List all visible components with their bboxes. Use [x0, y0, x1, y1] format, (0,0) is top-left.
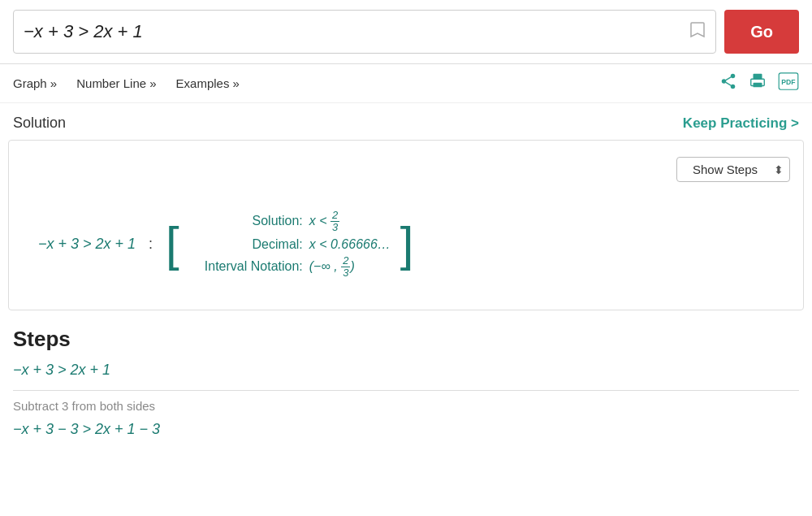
show-steps-select[interactable]: Show Steps Hide Steps [676, 157, 790, 182]
nav-link-numberline[interactable]: Number Line » [76, 76, 156, 90]
interval-fraction: 23 [341, 255, 350, 280]
navbar: Graph » Number Line » Examples » [0, 64, 812, 103]
input-wrapper [13, 10, 716, 54]
svg-text:PDF: PDF [781, 78, 795, 86]
bracket-left: [ [166, 203, 179, 285]
step2-equation: −x + 3 − 3 > 2x + 1 − 3 [13, 421, 799, 438]
step-divider [13, 390, 799, 391]
inequality-colon: : [149, 236, 153, 253]
nav-links: Graph » Number Line » Examples » [13, 76, 719, 90]
solution-title: Solution [13, 115, 66, 132]
nav-icons: PDF [719, 72, 799, 94]
svg-point-1 [722, 79, 727, 84]
steps-heading: Steps [13, 327, 799, 352]
decimal-value: x < 0.66666… [309, 237, 391, 252]
step1-equation: −x + 3 > 2x + 1 [13, 362, 799, 379]
solution-fraction: 23 [330, 210, 339, 234]
steps-section: Steps −x + 3 > 2x + 1 Subtract 3 from bo… [0, 310, 812, 446]
svg-rect-7 [754, 83, 762, 88]
svg-point-2 [731, 85, 736, 89]
decimal-label: Decimal: [189, 237, 303, 252]
go-button[interactable]: Go [724, 10, 799, 54]
svg-line-4 [726, 77, 731, 80]
share-button[interactable] [719, 72, 737, 94]
keep-practicing-link[interactable]: Keep Practicing > [683, 115, 799, 132]
bracket-container: [ Solution: x < 23 Decimal: x < 0.66666…… [166, 203, 413, 285]
nav-link-examples[interactable]: Examples » [176, 76, 240, 90]
interval-label: Interval Notation: [189, 259, 303, 274]
svg-line-3 [726, 82, 731, 85]
solution-row: Solution: x < 23 [189, 210, 391, 234]
bracket-right: ] [400, 203, 414, 285]
header: Go [0, 0, 812, 64]
svg-point-0 [731, 74, 736, 79]
nav-link-graph[interactable]: Graph » [13, 76, 57, 90]
inequality-lhs: −x + 3 > 2x + 1 [38, 236, 136, 253]
svg-point-8 [762, 80, 763, 82]
pdf-button[interactable]: PDF [778, 72, 799, 94]
interval-row: Interval Notation: (−∞ , 23) [189, 255, 391, 280]
solution-value: x < 23 [309, 210, 339, 234]
solution-header: Solution Keep Practicing > [0, 103, 812, 140]
step2-description: Subtract 3 from both sides [13, 399, 799, 413]
interval-value: (−∞ , 23) [309, 255, 355, 280]
bracket-inner: Solution: x < 23 Decimal: x < 0.66666… I… [179, 203, 400, 285]
bookmark-icon[interactable] [689, 21, 706, 43]
show-steps-row: Show Steps Hide Steps ⬍ [22, 157, 790, 182]
math-input[interactable] [24, 21, 689, 42]
svg-rect-5 [754, 74, 762, 79]
show-steps-wrapper: Show Steps Hide Steps ⬍ [676, 157, 790, 182]
solution-box: Show Steps Hide Steps ⬍ −x + 3 > 2x + 1 … [8, 140, 804, 310]
print-button[interactable] [749, 72, 767, 94]
solution-label: Solution: [189, 214, 303, 228]
inequality-row: −x + 3 > 2x + 1 : [ Solution: x < 23 Dec… [22, 195, 790, 293]
decimal-row: Decimal: x < 0.66666… [189, 237, 391, 252]
